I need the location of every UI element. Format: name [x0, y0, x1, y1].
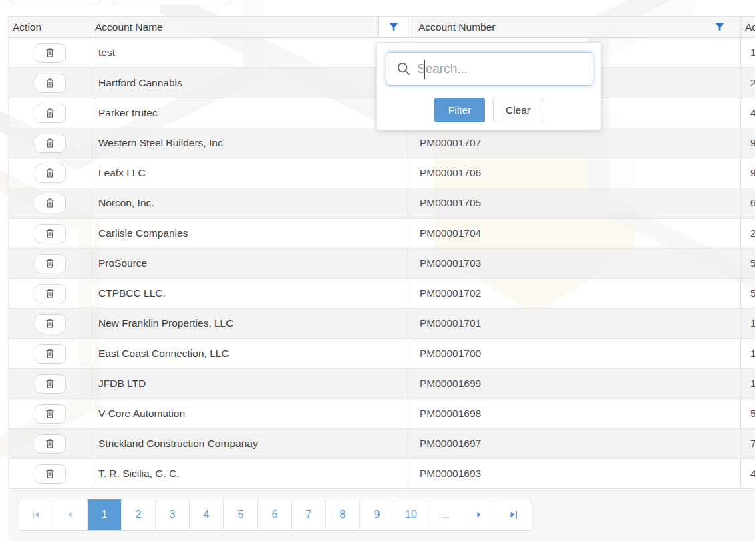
page-number-button[interactable]: 1 — [88, 499, 122, 530]
row-action-cell — [9, 279, 92, 308]
account-name-cell: East Coast Connection, LLC — [92, 339, 408, 368]
delete-row-button[interactable] — [35, 104, 66, 123]
page-number-button[interactable]: 4 — [190, 499, 224, 530]
search-input[interactable] — [411, 53, 593, 85]
clipped-value-cell: 94 — [741, 158, 755, 188]
clipped-value-cell: 5 — [741, 279, 755, 308]
filter-funnel-icon — [389, 23, 398, 32]
row-action-cell — [9, 188, 92, 218]
account-number-filter-button[interactable] — [715, 17, 740, 37]
delete-row-button[interactable] — [35, 374, 66, 394]
delete-row-button[interactable] — [35, 224, 66, 243]
row-action-cell — [9, 219, 92, 248]
clipped-value-cell: 47 — [741, 98, 755, 128]
account-name-cell: Strickland Construction Companay — [92, 429, 408, 458]
pagination: 1 2 3 4 5 6 7 8 9 10 ... — [19, 499, 531, 531]
account-number-cell: PM00001701 — [408, 309, 741, 338]
table-row: Leafx LLC PM00001706 94 — [9, 158, 755, 188]
account-name-cell: Leafx LLC — [92, 158, 408, 188]
trash-icon — [45, 78, 55, 88]
delete-row-button[interactable] — [35, 254, 66, 273]
row-action-cell — [9, 369, 92, 398]
page-number-button[interactable]: 8 — [326, 499, 360, 530]
toolbar-button-stub-1[interactable] — [9, 0, 102, 5]
trash-icon — [45, 258, 55, 269]
table-row: T. R. Sicilia, G. C. PM00001693 4 — [9, 459, 755, 489]
clipped-value-cell: 27 — [741, 219, 755, 248]
clipped-value-cell: 15 — [741, 309, 755, 338]
delete-row-button[interactable] — [35, 284, 66, 303]
account-number-cell: PM00001702 — [408, 279, 741, 308]
column-header-label: Ac — [745, 21, 755, 33]
popup-button-row: Filter Clear — [377, 98, 601, 122]
page-number-button[interactable]: 6 — [258, 499, 292, 530]
row-action-cell — [9, 68, 92, 98]
account-name-cell: Norcon, Inc. — [92, 188, 408, 218]
row-action-cell — [9, 309, 92, 338]
filter-button[interactable]: Filter — [434, 98, 485, 122]
account-name-cell: JFDB LTD — [92, 369, 408, 398]
row-action-cell — [9, 339, 92, 368]
first-page-icon — [31, 509, 41, 520]
account-name-cell: CTPBCC LLC. — [92, 279, 408, 308]
last-page-button[interactable] — [496, 499, 531, 530]
trash-icon — [45, 228, 55, 239]
page-number-button[interactable]: 2 — [122, 499, 156, 530]
column-header-action[interactable]: Action — [9, 17, 92, 37]
delete-row-button[interactable] — [35, 434, 66, 454]
delete-row-button[interactable] — [35, 194, 66, 213]
last-page-icon — [508, 509, 519, 520]
row-action-cell — [9, 38, 92, 67]
trash-icon — [45, 468, 55, 479]
previous-page-button[interactable] — [53, 499, 88, 530]
delete-row-button[interactable] — [35, 314, 66, 333]
delete-row-button[interactable] — [35, 464, 66, 484]
delete-row-button[interactable] — [35, 134, 66, 153]
trash-icon — [45, 198, 55, 208]
column-header-account-number[interactable]: Account Number — [408, 17, 741, 37]
next-page-button[interactable] — [462, 499, 496, 530]
delete-row-button[interactable] — [35, 43, 66, 63]
page-number-button[interactable]: ... — [428, 499, 462, 530]
table-row: Western Steel Builders, Inc PM00001707 9… — [9, 128, 755, 158]
account-name-cell: Parker trutec — [92, 98, 408, 128]
column-header-label: Action — [13, 21, 41, 33]
page-number-button[interactable]: 7 — [292, 499, 326, 530]
trash-icon — [45, 108, 55, 118]
page-number-button[interactable]: 3 — [156, 499, 190, 530]
row-action-cell — [9, 249, 92, 278]
clear-button[interactable]: Clear — [493, 98, 543, 122]
row-action-cell — [9, 459, 92, 488]
account-name-cell: Western Steel Builders, Inc — [92, 128, 408, 158]
account-name-filter-popup: Filter Clear — [376, 42, 601, 130]
toolbar-button-stub-2[interactable] — [110, 0, 233, 5]
account-name-cell: Carlisle Companies — [92, 219, 408, 248]
account-number-cell: PM00001699 — [408, 369, 741, 398]
account-name-filter-button[interactable] — [378, 17, 408, 37]
previous-page-icon — [65, 510, 75, 519]
account-number-cell: PM00001704 — [408, 219, 741, 248]
trash-icon — [45, 408, 55, 419]
filter-search-box[interactable] — [386, 52, 593, 86]
column-header-clipped[interactable]: Ac — [741, 17, 755, 37]
table-row: Norcon, Inc. PM00001705 60 — [9, 188, 755, 219]
delete-row-button[interactable] — [35, 344, 66, 364]
delete-row-button[interactable] — [35, 164, 66, 183]
delete-row-button[interactable] — [35, 404, 66, 424]
page-number-button[interactable]: 9 — [360, 499, 394, 530]
first-page-button[interactable] — [19, 499, 53, 530]
trash-icon — [45, 348, 55, 359]
account-name-cell: test — [92, 38, 408, 67]
table-row: CTPBCC LLC. PM00001702 5 — [9, 279, 755, 309]
clipped-value-cell: 27 — [741, 68, 755, 98]
page-number-button[interactable]: 10 — [394, 499, 428, 530]
search-icon — [396, 61, 411, 76]
trash-icon — [45, 138, 55, 148]
delete-row-button[interactable] — [35, 74, 66, 93]
column-header-account-name[interactable]: Account Name — [92, 17, 408, 37]
account-number-cell: PM00001693 — [408, 459, 741, 488]
trash-icon — [45, 378, 55, 389]
column-header-label: Account Number — [418, 21, 495, 33]
row-action-cell — [9, 429, 92, 458]
page-number-button[interactable]: 5 — [224, 499, 258, 530]
